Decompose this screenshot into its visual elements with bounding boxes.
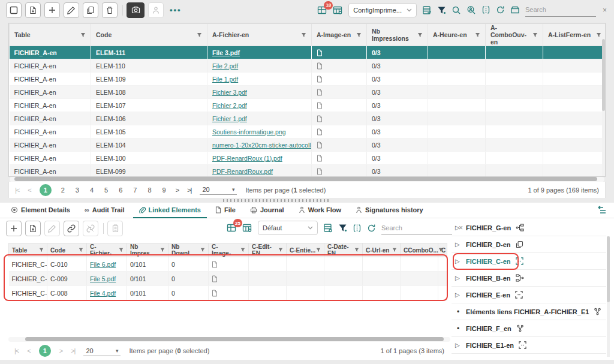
filter-icon[interactable]: [160, 248, 165, 252]
table-row[interactable]: FICHIER_A-enELEM-106Fichier 1.pdf0/3: [10, 112, 606, 125]
file-link[interactable]: Fichier 1.pdf: [212, 115, 247, 122]
select-square-button[interactable]: [6, 2, 22, 18]
collapse-panel-icon[interactable]: [597, 206, 607, 214]
table-row[interactable]: FICHIER_A-enELEM-109File 1.pdf0/3: [10, 73, 606, 86]
column-header-a-heure[interactable]: A-Heure-en: [428, 24, 486, 46]
next-page-button[interactable]: >: [176, 186, 179, 194]
last-page-button[interactable]: >|: [187, 186, 191, 194]
filter-button[interactable]: [437, 6, 446, 14]
unlink-button[interactable]: [83, 221, 98, 236]
tab-audit-trail[interactable]: ∞Audit Trail: [79, 203, 131, 218]
page-number[interactable]: 3: [74, 186, 80, 194]
edit-link-button[interactable]: [44, 221, 60, 236]
tab-linked-elements[interactable]: Linked Elements: [133, 203, 207, 218]
filter-icon[interactable]: [356, 32, 362, 38]
refresh-button[interactable]: [367, 224, 376, 233]
column-header-code[interactable]: Code: [91, 24, 207, 46]
tab-signatures-history[interactable]: Signatures history: [350, 203, 429, 218]
table-row[interactable]: FICHIER_A-enELEM-111File 3.pdf0/3: [10, 46, 606, 59]
column-header-a-image[interactable]: A-Image-en: [312, 24, 367, 46]
expand-triangle-icon[interactable]: ▷: [455, 291, 461, 298]
tree-item-fichier-c-en[interactable]: ▷FICHIER_C-en: [452, 253, 606, 270]
column-header-table[interactable]: Table: [10, 24, 91, 46]
tree-vertical-scrollbar[interactable]: [607, 236, 610, 357]
expand-triangle-icon[interactable]: ▷: [455, 258, 461, 264]
delete-button[interactable]: [102, 2, 118, 18]
link-button[interactable]: [64, 221, 79, 236]
file-link[interactable]: File 5.pdf: [90, 275, 116, 282]
tree-item-elements-liens[interactable]: •Eléments liens FICHIER_A-FICHIER_E1: [452, 303, 606, 320]
table-row[interactable]: FICHIER_C-...C-009File 5.pdf0/1010: [9, 272, 447, 286]
more-menu-button[interactable]: •••: [170, 5, 182, 14]
table-row[interactable]: FICHIER_C-...C-010File 6.pdf0/1010: [9, 257, 447, 272]
tree-item-fichier-e1-en[interactable]: ▷FICHIER_E1-en: [452, 337, 606, 354]
search-user-button[interactable]: [466, 5, 476, 15]
search-input[interactable]: [525, 6, 596, 13]
page-size-select[interactable]: 20▾: [200, 185, 237, 195]
table-row[interactable]: FICHIER_A-enELEM-110File 2.pdf0/3: [10, 59, 606, 73]
page-number[interactable]: 5: [103, 186, 109, 194]
table-gear-button[interactable]: [323, 223, 333, 233]
prev-page-button[interactable]: <: [28, 186, 31, 194]
view-selector-dropdown[interactable]: ConfigImprime...: [348, 3, 417, 17]
column-header-a-listferm[interactable]: A-ListFerm-en: [543, 24, 606, 46]
tree-item-fichier-e-en[interactable]: ▷FICHIER_E-en: [452, 287, 606, 303]
table-row[interactable]: FICHIER_A-enELEM-100PDF-RenardRoux (1).p…: [10, 152, 606, 165]
table-row[interactable]: FICHIER_A-enELEM-099PDF-RenardRoux.pdf0/…: [10, 165, 606, 178]
table-row[interactable]: FICHIER_A-enELEM-107Fichier 2.pdf0/3: [10, 99, 606, 112]
file-link[interactable]: File 2.pdf: [212, 62, 238, 70]
tab-work-flow[interactable]: Work Flow: [293, 203, 347, 218]
copy-button[interactable]: [83, 2, 98, 18]
table-row[interactable]: FICHIER_A-enELEM-105Soutiens-informatiqu…: [10, 125, 606, 139]
filter-icon[interactable]: [79, 248, 83, 252]
next-page-button[interactable]: >: [59, 347, 62, 354]
filter-icon[interactable]: [39, 248, 44, 252]
expand-triangle-icon[interactable]: ▷: [455, 275, 461, 281]
expand-triangle-icon[interactable]: ▷: [455, 342, 461, 348]
prev-page-button[interactable]: <: [27, 347, 30, 354]
tab-journal[interactable]: Journal: [244, 203, 290, 218]
first-page-button[interactable]: |<: [15, 186, 19, 194]
filter-icon[interactable]: [240, 248, 245, 252]
column-header[interactable]: C-Entie...: [287, 243, 324, 257]
column-header-a-fichier[interactable]: A-Fichier-en: [207, 24, 312, 46]
filter-icon[interactable]: [354, 248, 359, 252]
column-header-a-comboouv[interactable]: A-ComboOuv-en: [486, 24, 543, 46]
new-linked-document-button[interactable]: [25, 221, 41, 236]
filter-icon[interactable]: [200, 248, 205, 252]
file-link[interactable]: PDF-RenardRoux.pdf: [212, 168, 273, 175]
archive-box-button[interactable]: [510, 5, 520, 14]
main-table-horizontal-scrollbar[interactable]: [10, 177, 604, 182]
filter-icon[interactable]: [316, 248, 321, 252]
filter-icon[interactable]: [475, 32, 480, 38]
export-button[interactable]: [127, 2, 145, 18]
column-header[interactable]: C-Edit-EN: [249, 243, 287, 257]
split-columns-button[interactable]: [353, 224, 362, 233]
tab-element-details[interactable]: Element Details: [5, 203, 76, 218]
main-table-vertical-scrollbar[interactable]: [602, 39, 605, 176]
column-header[interactable]: C-Image-...: [209, 243, 249, 257]
page-size-select[interactable]: 20▾: [83, 346, 121, 356]
tree-item-fichier-g-en[interactable]: ▷FICHIER_G-en: [452, 219, 606, 236]
column-header[interactable]: C-Fichier-...: [87, 243, 127, 257]
split-columns-button[interactable]: [481, 5, 490, 14]
expand-triangle-icon[interactable]: ▷: [455, 241, 461, 248]
column-header[interactable]: Nb Downl...: [168, 243, 209, 257]
filter-icon[interactable]: [392, 248, 397, 252]
table-row[interactable]: FICHIER_A-enELEM-104numero-1-20x20cm-sti…: [10, 139, 606, 152]
add-button[interactable]: [44, 2, 60, 18]
page-number[interactable]: 4: [89, 186, 95, 194]
tree-item-fichier-b-en[interactable]: ▷FICHIER_B-en: [452, 270, 606, 287]
filter-icon[interactable]: [197, 32, 202, 38]
filter-button[interactable]: [338, 224, 347, 232]
search-input[interactable]: [381, 224, 452, 231]
column-header[interactable]: Code: [47, 243, 87, 257]
tab-file[interactable]: File: [209, 203, 242, 218]
user-assign-button[interactable]: [148, 2, 164, 18]
page-number-current[interactable]: 1: [39, 345, 51, 357]
column-header-nb-impressions[interactable]: Nb Impressions: [367, 24, 428, 46]
table-row[interactable]: FICHIER_C-...C-008File 4.pdf0/1010: [9, 286, 447, 300]
view-selector-dropdown[interactable]: Défaut: [258, 221, 318, 235]
tree-item-fichier-d-en[interactable]: ▷FICHIER_D-en: [452, 236, 606, 253]
table-settings-button[interactable]: [333, 5, 343, 15]
